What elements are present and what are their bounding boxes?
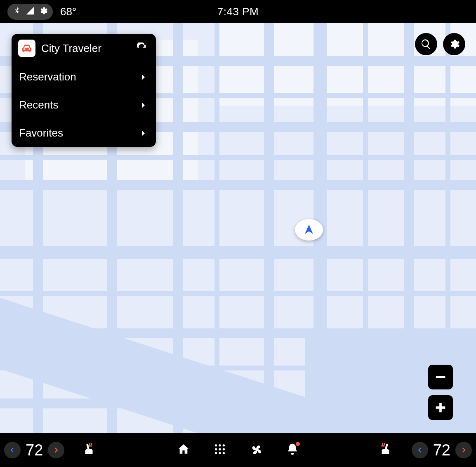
apps-button[interactable] (213, 443, 226, 458)
system-nav (177, 443, 299, 458)
minus-icon (434, 370, 448, 384)
navigation-arrow-icon (303, 224, 315, 236)
right-temp-up-button[interactable] (455, 442, 472, 458)
zoom-controls (428, 365, 453, 420)
menu-item-recents[interactable]: Recents (12, 91, 156, 119)
notifications-button[interactable] (286, 443, 299, 458)
refresh-icon (136, 42, 148, 54)
car-icon (18, 40, 35, 57)
svg-point-5 (223, 444, 225, 446)
status-bar: 68° 7:43 PM (0, 0, 476, 23)
chevron-right-icon (139, 100, 148, 110)
bottom-bar: 72 (0, 433, 476, 467)
bluetooth-icon (12, 5, 21, 18)
notification-badge (296, 442, 300, 446)
app-title: City Traveler (41, 42, 129, 55)
map-top-controls (415, 33, 465, 55)
svg-point-4 (219, 444, 221, 446)
current-location-marker[interactable] (295, 219, 323, 241)
right-climate-cluster: 72 (379, 441, 472, 459)
menu-item-favorites[interactable]: Favorites (12, 119, 156, 147)
left-temp-down-button[interactable] (4, 442, 21, 458)
chevron-left-icon (9, 446, 16, 454)
gear-icon (39, 5, 48, 18)
gear-icon (448, 38, 460, 50)
left-temp-up-button[interactable] (48, 442, 64, 458)
chevron-right-icon (52, 446, 60, 454)
svg-point-6 (215, 448, 217, 450)
apps-grid-icon (213, 443, 226, 456)
signal-icon (26, 5, 35, 18)
zoom-in-button[interactable] (428, 395, 453, 420)
svg-point-9 (215, 452, 217, 454)
status-pill[interactable] (7, 4, 53, 20)
svg-point-3 (215, 444, 217, 446)
seat-heat-icon (379, 442, 394, 457)
refresh-button[interactable] (134, 41, 149, 56)
svg-point-8 (223, 448, 225, 450)
right-temp-value: 72 (430, 441, 454, 459)
svg-point-11 (223, 452, 225, 454)
menu-item-label: Favorites (19, 127, 63, 139)
svg-point-10 (219, 452, 221, 454)
home-icon (177, 443, 190, 456)
clock: 7:43 PM (217, 5, 259, 18)
home-button[interactable] (177, 443, 190, 458)
svg-point-7 (219, 448, 221, 450)
fan-icon (250, 443, 263, 456)
map-settings-button[interactable] (443, 33, 465, 55)
chevron-left-icon (416, 446, 424, 454)
zoom-out-button[interactable] (428, 365, 453, 389)
search-icon (420, 38, 432, 50)
chevron-right-icon (460, 446, 467, 454)
seat-heat-icon (81, 442, 96, 457)
app-menu-card: City Traveler Reservation Recents Favori… (12, 34, 156, 147)
right-seat-heat-button[interactable] (379, 442, 394, 458)
app-menu-header: City Traveler (12, 34, 156, 63)
menu-item-reservation[interactable]: Reservation (12, 63, 156, 91)
hvac-button[interactable] (250, 443, 263, 458)
chevron-right-icon (139, 128, 148, 138)
left-temp-value: 72 (22, 441, 46, 459)
left-climate-cluster: 72 (4, 441, 64, 459)
menu-item-label: Recents (19, 99, 58, 111)
search-button[interactable] (415, 33, 437, 55)
menu-item-label: Reservation (19, 71, 76, 83)
left-seat-heat-button[interactable] (81, 442, 96, 458)
outside-temp: 68° (60, 5, 76, 18)
right-temp-down-button[interactable] (412, 442, 428, 458)
chevron-right-icon (139, 72, 148, 82)
map[interactable]: City Traveler Reservation Recents Favori… (0, 23, 476, 433)
plus-icon (434, 401, 448, 415)
